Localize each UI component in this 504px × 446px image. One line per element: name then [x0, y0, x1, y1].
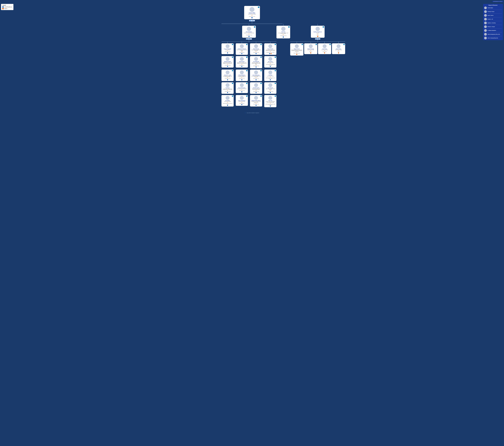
- dirk-avatar: [247, 27, 251, 31]
- john-bio[interactable]: Bio: [277, 34, 289, 35]
- ceo-direct-count: 3: [254, 20, 254, 21]
- ceo-title: Chief Executive Officer: [245, 14, 259, 15]
- board-name-4: Stephen J. Hemsley: [487, 22, 496, 23]
- card-cory[interactable]: in Cory B. Alexander Strategic Advisor B…: [221, 43, 234, 54]
- card-dan-kueter[interactable]: in Dan Kueter Chief Executive Officer Bi…: [264, 56, 276, 68]
- board-avatar-5: [484, 25, 487, 28]
- john-dot: [283, 37, 284, 38]
- org-chart: in Andrew Witty Chief Executive Officer …: [1, 4, 503, 110]
- card-tim-s[interactable]: in Tim Spilker Chief Executive Officer B…: [221, 95, 234, 107]
- card-erin-wrap: in Erin McSweeney Executive Vice Preside…: [250, 70, 262, 81]
- card-roger[interactable]: in Roger Connor Chief Executive Officer,…: [290, 43, 304, 56]
- board-panel: Board of Directors Charlie Baker Timothy…: [483, 4, 503, 40]
- card-wyatt[interactable]: in Wyatt Decker Executive Vice President…: [236, 56, 248, 68]
- legend-label-uhc: UnitedHealthcare: [4, 6, 12, 8]
- people-icon: 👥: [250, 20, 251, 21]
- legend-color-uhc: [2, 6, 4, 8]
- card-brian[interactable]: in Brian Thompson Chief Executive Office…: [236, 95, 248, 106]
- card-anne-wrap: in Anne Yau President, Senior Vice Presi…: [264, 95, 276, 107]
- card-catherine[interactable]: in Catherine Anderson Senior Vice Presid…: [236, 43, 248, 55]
- heather-avatar: [316, 27, 320, 31]
- person-icon: 👤: [252, 20, 253, 21]
- card-richard-wrap: in Richard Mattera Senior Vice President…: [236, 70, 248, 81]
- card-tim-noel[interactable]: in Tim Noel Chief Executive Officer Bio …: [264, 70, 276, 81]
- card-margaret[interactable]: in Margaret-Mary Wilson Executive Vice P…: [250, 95, 262, 107]
- branch-john-rex: in John Rex Executive Vice President, Ch…: [276, 24, 290, 39]
- legend-item-optum: Optum: [2, 8, 12, 9]
- footer-logo-icon: ⬡: [245, 112, 246, 113]
- card-zack[interactable]: in Zack Sopcak Senior Vice President, In…: [264, 82, 276, 94]
- branch-cory: in Cory B. Alexander Strategic Advisor B…: [221, 42, 234, 54]
- ceo-report-count: 27: [251, 20, 252, 21]
- branch-amar: in Amar Desai Chief Executive Officer Bi…: [318, 42, 331, 54]
- legend-item-uhc: UnitedHealthcare: [2, 6, 12, 8]
- card-sandeep[interactable]: in Sandeep Dadlani Executive Vice Presid…: [221, 56, 234, 68]
- board-member-0: Charlie Baker: [484, 6, 502, 10]
- heather-org: Optum: [312, 35, 324, 35]
- card-heather[interactable]: in Heather Cianfrocco President Bio Optu…: [311, 26, 324, 38]
- ceo-card[interactable]: in Andrew Witty Chief Executive Officer …: [244, 6, 260, 19]
- card-patricia[interactable]: in Patricia L. Lewis Executive Vice Pres…: [221, 70, 234, 81]
- heather-title: President: [312, 33, 324, 33]
- board-avatar-4: [484, 22, 487, 24]
- board-name-6: F. William McNabb III: [487, 30, 496, 31]
- john-avatar: [281, 27, 286, 31]
- ceo-bio[interactable]: Bio: [245, 15, 259, 16]
- heather-children-row1: in Roger Connor Chief Executive Officer,…: [290, 42, 345, 56]
- l1-branches: in Dirk McMahon President, Chief Operati…: [221, 24, 283, 107]
- card-rupert[interactable]: in Rupert Bondy Executive Vice President…: [250, 43, 262, 55]
- card-dirk[interactable]: in Dirk McMahon President, Chief Operati…: [242, 26, 256, 38]
- dirk-name: Dirk McMahon: [243, 31, 255, 32]
- dirk-org: UnitedHealth Group: [243, 35, 255, 35]
- legend: Legend UnitedHealthcare Optum: [1, 4, 14, 10]
- card-patricia-wrap: in Patricia L. Lewis Executive Vice Pres…: [221, 70, 234, 81]
- card-erin[interactable]: in Erin McSweeney Executive Vice Preside…: [250, 70, 262, 81]
- legend-color-optum: [2, 8, 4, 9]
- card-dan-s[interactable]: in Dan Schumacher Chief Strategy and Gro…: [236, 82, 248, 93]
- card-amar[interactable]: in Amar Desai Chief Executive Officer Bi…: [318, 43, 331, 54]
- branch-terry: in Terry M. Clark Chief Marketing Office…: [264, 42, 276, 55]
- heather-dot: [317, 36, 318, 37]
- card-richard[interactable]: in Richard Mattera Senior Vice President…: [236, 70, 248, 81]
- dirk-bio[interactable]: Bio: [243, 34, 255, 35]
- card-joy[interactable]: in Joy Fitzgerald Senior Vice President,…: [250, 56, 262, 68]
- card-terry[interactable]: in Terry M. Clark Chief Marketing Office…: [264, 43, 276, 55]
- card-tom[interactable]: in Tom Roos Senior Vice President, Chief…: [221, 82, 234, 94]
- heather-bio[interactable]: Bio: [312, 34, 324, 35]
- heather-name: Heather Cianfrocco: [312, 31, 324, 32]
- card-john-rex[interactable]: in John Rex Executive Vice President, Ch…: [276, 26, 290, 39]
- dirk-children-row1: in Cory B. Alexander Strategic Advisor B…: [221, 42, 276, 55]
- ceo-linkedin[interactable]: in: [258, 6, 259, 8]
- branch-roger: in Roger Connor Chief Executive Officer,…: [290, 42, 304, 56]
- card-dame[interactable]: in Dame Vivian Chief Innovation Officer …: [332, 43, 345, 54]
- ceo-org: UnitedHealth Group: [245, 16, 259, 17]
- legend-title: Legend: [2, 5, 12, 6]
- heather-linkedin[interactable]: in: [323, 26, 324, 28]
- card-brian-wrap: in Brian Thompson Chief Executive Office…: [236, 95, 248, 106]
- ceo-node: in Andrew Witty Chief Executive Officer …: [221, 6, 283, 107]
- board-avatar-3: [484, 18, 487, 20]
- dirk-children-row3: in Patricia L. Lewis Executive Vice Pres…: [221, 70, 276, 81]
- heather-reports: 👥4👤4: [315, 38, 320, 40]
- card-zack-wrap: in Zack Sopcak Senior Vice President, In…: [264, 82, 276, 94]
- v-line-dirk-bottom: [249, 40, 249, 41]
- card-sandeep-wrap: in Sandeep Dadlani Executive Vice Presid…: [221, 56, 234, 68]
- card-tim-s-wrap: in Tim Spilker Chief Executive Officer B…: [221, 95, 234, 107]
- john-org: UnitedHealth Group: [277, 35, 289, 36]
- card-patrick[interactable]: in Patrick Conway Chief Executive Office…: [304, 43, 317, 54]
- john-linkedin[interactable]: in: [288, 26, 289, 28]
- v-line-dirk-top: [249, 24, 249, 26]
- card-jennifer[interactable]: in Jennifer Smoter Senior Vice President…: [250, 82, 262, 94]
- board-avatar-1: [484, 10, 487, 13]
- branch-patrick: in Patrick Conway Chief Executive Office…: [304, 42, 317, 54]
- board-member-1: Timothy P. Flynn: [484, 10, 502, 14]
- branch-dame: in Dame Vivian Chief Innovation Officer …: [332, 42, 345, 54]
- top-bar: UNITEDHEALTH GROUP: [0, 0, 504, 3]
- card-jennifer-wrap: in Jennifer Smoter Senior Vice President…: [250, 82, 262, 94]
- dirk-children-row2: in Sandeep Dadlani Executive Vice Presid…: [221, 56, 276, 68]
- card-anne[interactable]: in Anne Yau President, Senior Vice Presi…: [264, 95, 276, 107]
- card-tom-wrap: in Tom Roos Senior Vice President, Chief…: [221, 82, 234, 94]
- dirk-linkedin[interactable]: in: [254, 26, 255, 28]
- board-name-1: Timothy P. Flynn: [487, 11, 494, 12]
- card-dan-kueter-wrap: in Dan Kueter Chief Executive Officer Bi…: [264, 56, 276, 68]
